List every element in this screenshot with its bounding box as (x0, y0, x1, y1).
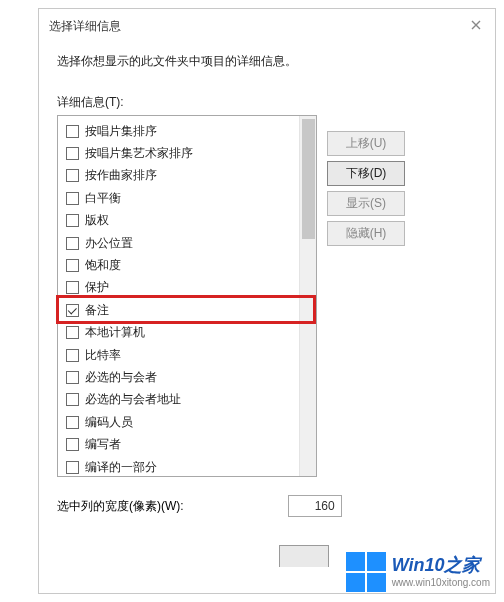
checkbox[interactable] (66, 326, 79, 339)
details-label: 详细信息(T): (57, 94, 489, 111)
list-item[interactable]: 备注 (60, 299, 297, 321)
list-item-label: 白平衡 (85, 190, 121, 207)
dialog-frame: 选择详细信息 选择你想显示的此文件夹中项目的详细信息。 详细信息(T): 按唱片… (38, 8, 496, 594)
checkbox[interactable] (66, 416, 79, 429)
checkbox[interactable] (66, 125, 79, 138)
list-item-label: 按唱片集排序 (85, 123, 157, 140)
list-item[interactable]: 编写者 (60, 433, 297, 455)
show-button[interactable]: 显示(S) (327, 191, 405, 216)
checkbox[interactable] (66, 281, 79, 294)
checkbox[interactable] (66, 169, 79, 182)
checkbox[interactable] (66, 393, 79, 406)
list-item-label: 按作曲家排序 (85, 167, 157, 184)
list-item-label: 保护 (85, 279, 109, 296)
list-item-label: 比特率 (85, 347, 121, 364)
list-item-label: 备注 (85, 302, 109, 319)
close-button[interactable] (463, 15, 489, 35)
close-icon (471, 20, 481, 30)
list-item-label: 本地计算机 (85, 324, 145, 341)
width-label: 选中列的宽度(像素)(W): (57, 498, 184, 515)
ok-button-partial[interactable] (279, 545, 329, 567)
list-item-label: 按唱片集艺术家排序 (85, 145, 193, 162)
list-item[interactable]: 按作曲家排序 (60, 165, 297, 187)
list-item-label: 版权 (85, 212, 109, 229)
checkbox[interactable] (66, 461, 79, 474)
checkbox[interactable] (66, 214, 79, 227)
list-item-label: 饱和度 (85, 257, 121, 274)
list-item[interactable]: 编码人员 (60, 411, 297, 433)
titlebar: 选择详细信息 (39, 9, 495, 43)
scrollbar-thumb[interactable] (302, 119, 315, 239)
list-item-label: 编写者 (85, 436, 121, 453)
checkbox[interactable] (66, 259, 79, 272)
list-item[interactable]: 比特率 (60, 344, 297, 366)
list-item-label: 编译的一部分 (85, 459, 157, 476)
list-item[interactable]: 必选的与会者地址 (60, 389, 297, 411)
move-up-button[interactable]: 上移(U) (327, 131, 405, 156)
instruction-text: 选择你想显示的此文件夹中项目的详细信息。 (57, 53, 489, 70)
list-item-label: 编码人员 (85, 414, 133, 431)
list-item[interactable]: 编译的一部分 (60, 456, 297, 476)
list-item[interactable]: 本地计算机 (60, 322, 297, 344)
list-item[interactable]: 按唱片集艺术家排序 (60, 142, 297, 164)
move-down-button[interactable]: 下移(D) (327, 161, 405, 186)
list-item[interactable]: 必选的与会者 (60, 366, 297, 388)
list-item-label: 必选的与会者地址 (85, 391, 181, 408)
checkbox[interactable] (66, 304, 79, 317)
list-item-label: 必选的与会者 (85, 369, 157, 386)
checkbox[interactable] (66, 147, 79, 160)
watermark: Win10之家 www.win10xitong.com (346, 552, 490, 592)
windows-logo-icon (346, 552, 386, 592)
list-item[interactable]: 饱和度 (60, 254, 297, 276)
hide-button[interactable]: 隐藏(H) (327, 221, 405, 246)
dialog-title: 选择详细信息 (49, 18, 121, 35)
list-item[interactable]: 版权 (60, 210, 297, 232)
details-listbox[interactable]: 按唱片集排序按唱片集艺术家排序按作曲家排序白平衡版权办公位置饱和度保护备注本地计… (57, 115, 317, 477)
checkbox[interactable] (66, 192, 79, 205)
checkbox[interactable] (66, 371, 79, 384)
watermark-title: Win10之家 (392, 555, 490, 577)
list-item[interactable]: 按唱片集排序 (60, 120, 297, 142)
width-input[interactable] (288, 495, 342, 517)
watermark-url: www.win10xitong.com (392, 577, 490, 589)
list-item-label: 办公位置 (85, 235, 133, 252)
list-item[interactable]: 白平衡 (60, 187, 297, 209)
checkbox[interactable] (66, 349, 79, 362)
checkbox[interactable] (66, 237, 79, 250)
list-item[interactable]: 保护 (60, 277, 297, 299)
list-item[interactable]: 办公位置 (60, 232, 297, 254)
scrollbar[interactable] (299, 116, 316, 476)
checkbox[interactable] (66, 438, 79, 451)
